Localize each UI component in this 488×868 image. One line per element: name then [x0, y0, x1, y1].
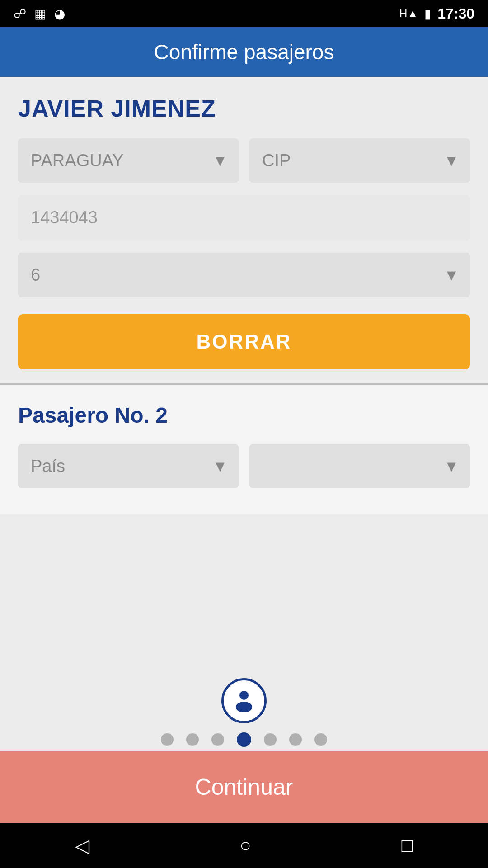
signal-icon: H▲: [399, 7, 418, 20]
docnumber-row: [18, 195, 470, 240]
passenger1-name: JAVIER JIMENEZ: [18, 95, 470, 122]
voicemail-icon: ◕: [54, 6, 65, 21]
dot-6: [289, 733, 302, 746]
continuar-button[interactable]: Continuar: [0, 751, 488, 823]
image-icon: ▦: [34, 6, 46, 21]
svg-point-1: [236, 702, 252, 712]
seat-select[interactable]: 6 1 2 3 4 5 7 8: [18, 253, 470, 297]
home-button[interactable]: ○: [240, 835, 251, 856]
android-nav: ◁ ○ □: [0, 823, 488, 868]
passenger1-section: JAVIER JIMENEZ PARAGUAY ARGENTINA BRASIL…: [0, 77, 488, 383]
passenger2-doctype-select[interactable]: CIP PASAPORTE DNI: [249, 444, 470, 488]
progress-dots: [161, 732, 327, 747]
person-icon: [230, 687, 258, 714]
doctype-select[interactable]: CIP PASAPORTE DNI: [249, 138, 470, 183]
whatsapp-icon: ☍: [14, 6, 26, 21]
dot-7: [314, 733, 327, 746]
status-bar-left: ☍ ▦ ◕: [14, 6, 65, 21]
status-time: 17:30: [437, 5, 474, 22]
dot-5: [264, 733, 277, 746]
dot-2: [186, 733, 199, 746]
passenger2-doctype-select-wrapper: CIP PASAPORTE DNI ▼: [249, 444, 470, 488]
nav-person-icon-circle: [221, 678, 267, 723]
battery-icon: ▮: [424, 6, 431, 21]
country-select-wrapper: PARAGUAY ARGENTINA BRASIL URUGUAY ▼: [18, 138, 239, 183]
docnumber-input[interactable]: [18, 195, 470, 240]
back-button[interactable]: ◁: [75, 835, 89, 857]
passenger2-country-select[interactable]: País PARAGUAY ARGENTINA BRASIL URUGUAY: [18, 444, 239, 488]
app-header: Confirme pasajeros: [0, 27, 488, 77]
dot-4-active: [237, 732, 251, 747]
main-content: JAVIER JIMENEZ PARAGUAY ARGENTINA BRASIL…: [0, 77, 488, 751]
doctype-select-wrapper: CIP PASAPORTE DNI ▼: [249, 138, 470, 183]
dot-3: [211, 733, 224, 746]
seat-row: 6 1 2 3 4 5 7 8 ▼: [18, 253, 470, 297]
country-doctype-row: PARAGUAY ARGENTINA BRASIL URUGUAY ▼ CIP …: [18, 138, 470, 183]
svg-point-0: [239, 691, 249, 700]
status-bar: ☍ ▦ ◕ H▲ ▮ 17:30: [0, 0, 488, 27]
country-select[interactable]: PARAGUAY ARGENTINA BRASIL URUGUAY: [18, 138, 239, 183]
header-title: Confirme pasajeros: [154, 40, 334, 64]
passenger2-country-select-wrapper: País PARAGUAY ARGENTINA BRASIL URUGUAY ▼: [18, 444, 239, 488]
passenger2-label: Pasajero No. 2: [18, 403, 470, 428]
passenger2-country-doctype-row: País PARAGUAY ARGENTINA BRASIL URUGUAY ▼…: [18, 444, 470, 488]
passenger2-section: Pasajero No. 2 País PARAGUAY ARGENTINA B…: [0, 385, 488, 514]
status-bar-right: H▲ ▮ 17:30: [399, 5, 474, 22]
recent-button[interactable]: □: [401, 835, 413, 856]
dot-1: [161, 733, 174, 746]
borrar-button[interactable]: BORRAR: [18, 314, 470, 369]
content-spacer: [0, 514, 488, 669]
bottom-nav-area: [0, 669, 488, 751]
